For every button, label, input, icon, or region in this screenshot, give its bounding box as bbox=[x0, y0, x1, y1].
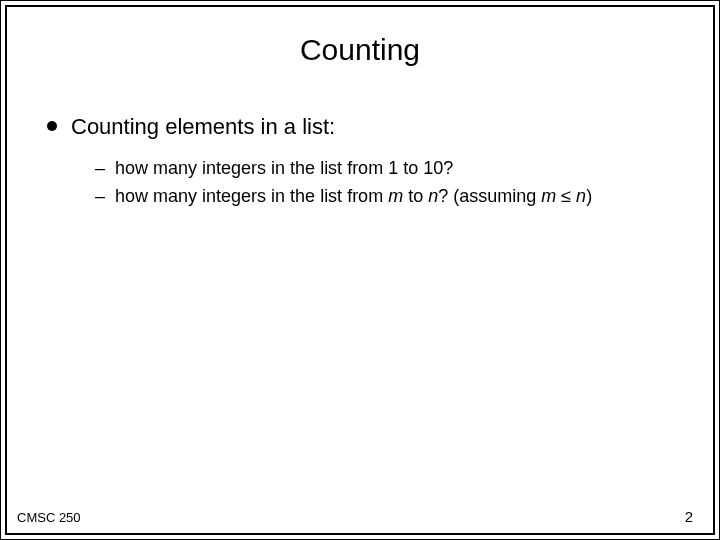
dash-icon: – bbox=[95, 184, 105, 208]
sub2-mid2: ? (assuming bbox=[438, 186, 541, 206]
footer-course-code: CMSC 250 bbox=[17, 510, 81, 525]
slide-title: Counting bbox=[7, 33, 713, 67]
var-n: n bbox=[428, 186, 438, 206]
sub-item-1-text: how many integers in the list from 1 to … bbox=[115, 156, 453, 180]
sub2-le: ≤ bbox=[556, 186, 576, 206]
footer-page-number: 2 bbox=[685, 508, 693, 525]
sub2-mid1: to bbox=[403, 186, 428, 206]
slide-outer-frame: Counting Counting elements in a list: – … bbox=[0, 0, 720, 540]
sub-item-2: – how many integers in the list from m t… bbox=[95, 184, 673, 208]
slide-content: Counting elements in a list: – how many … bbox=[47, 113, 673, 212]
var-n2: n bbox=[576, 186, 586, 206]
bullet-item: Counting elements in a list: bbox=[47, 113, 673, 142]
var-m2: m bbox=[541, 186, 556, 206]
bullet-dot-icon bbox=[47, 121, 57, 131]
sub-item-1: – how many integers in the list from 1 t… bbox=[95, 156, 673, 180]
dash-icon: – bbox=[95, 156, 105, 180]
sub-item-2-text: how many integers in the list from m to … bbox=[115, 184, 592, 208]
sub-list: – how many integers in the list from 1 t… bbox=[95, 156, 673, 209]
slide-inner-frame: Counting Counting elements in a list: – … bbox=[5, 5, 715, 535]
bullet-text: Counting elements in a list: bbox=[71, 113, 335, 142]
var-m: m bbox=[388, 186, 403, 206]
sub2-pre: how many integers in the list from bbox=[115, 186, 388, 206]
sub2-post: ) bbox=[586, 186, 592, 206]
